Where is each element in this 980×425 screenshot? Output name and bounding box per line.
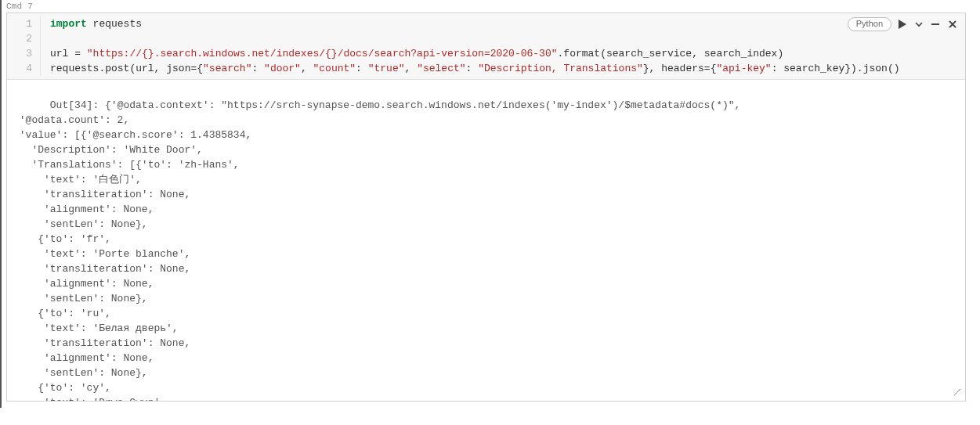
- close-button[interactable]: [946, 20, 959, 29]
- run-icon: [898, 20, 907, 29]
- line-number: 3: [7, 46, 41, 61]
- code-line[interactable]: 3url = "https://{}.search.windows.net/in…: [7, 46, 965, 61]
- resize-handle[interactable]: ⟋: [951, 387, 964, 399]
- line-number: 1: [7, 16, 41, 31]
- run-menu-button[interactable]: [913, 20, 924, 28]
- line-number: 4: [7, 61, 41, 76]
- cmd-label: Cmd 7: [6, 2, 979, 11]
- code-line[interactable]: 1import requests: [7, 16, 965, 31]
- language-pill[interactable]: Python: [848, 17, 891, 31]
- close-icon: [948, 20, 957, 29]
- minimize-button[interactable]: [929, 20, 942, 29]
- line-number: 2: [7, 31, 41, 46]
- code-content[interactable]: requests.post(url, json={"search": "door…: [41, 61, 899, 76]
- code-line[interactable]: 2: [7, 31, 965, 46]
- code-content[interactable]: import requests: [41, 16, 142, 31]
- cell-toolbar: Python: [848, 17, 959, 31]
- minimize-icon: [931, 20, 940, 29]
- cell-output: Out[34]: {'@odata.context': "https://src…: [7, 80, 965, 401]
- code-content[interactable]: [41, 31, 50, 46]
- code-input[interactable]: 1import requests23url = "https://{}.sear…: [7, 13, 965, 80]
- output-text: Out[34]: {'@odata.context': "https://src…: [13, 99, 740, 401]
- svg-rect-0: [931, 23, 939, 25]
- code-content[interactable]: url = "https://{}.search.windows.net/ind…: [41, 46, 783, 61]
- chevron-down-icon: [915, 20, 923, 28]
- code-line[interactable]: 4requests.post(url, json={"search": "doo…: [7, 61, 965, 76]
- notebook-cell: Python 1import requests23url = "https://…: [6, 13, 966, 402]
- run-button[interactable]: [896, 20, 909, 29]
